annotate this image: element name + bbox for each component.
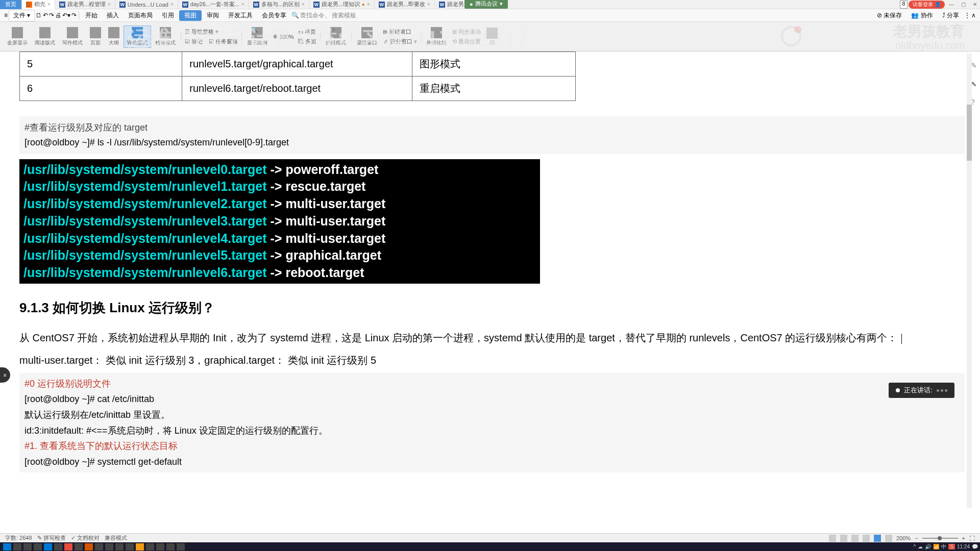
menu-unsaved[interactable]: ⊘ 未保存 <box>873 10 906 21</box>
menu-collab[interactable]: 👥 协作 <box>907 10 937 21</box>
compat-mode[interactable]: 兼容模式 <box>105 534 127 542</box>
notification-icon[interactable]: 💬 <box>972 544 978 549</box>
spell-check[interactable]: ✎ 拼写检查 <box>37 534 66 542</box>
tray-icon[interactable]: ☁ <box>918 544 923 549</box>
scroll-thumb[interactable] <box>967 105 972 161</box>
close-icon[interactable]: × <box>108 2 111 7</box>
tray-chevron[interactable]: ^ <box>914 544 916 549</box>
pencil-icon[interactable]: ✎ <box>971 61 979 69</box>
save-icon[interactable]: 🗋 <box>36 12 42 19</box>
close-icon[interactable]: × <box>241 2 244 7</box>
tab-doc-5[interactable]: W多核与...的区别× <box>249 0 309 9</box>
word-count[interactable]: 字数: 2648 <box>5 534 32 542</box>
close-icon[interactable]: × <box>47 2 51 7</box>
tool-js: JS <box>483 27 501 46</box>
app-icon[interactable] <box>95 543 103 550</box>
view-mode-icon[interactable] <box>840 535 847 542</box>
redo2-icon[interactable]: ↷ <box>71 12 77 19</box>
doc-check[interactable]: ✓ 文档校对 <box>71 534 100 542</box>
tool-fullscreen[interactable]: 全屏显示 <box>4 26 31 47</box>
menu-review[interactable]: 审阅 <box>203 10 223 21</box>
app-icon[interactable] <box>115 543 124 550</box>
zoom-value[interactable]: 200% <box>896 535 911 541</box>
tab-doc-7[interactable]: W跟老男...即要改× <box>375 0 435 9</box>
app-icon[interactable] <box>105 543 113 550</box>
tray-icon[interactable]: 📶 <box>933 544 939 549</box>
app-icon[interactable] <box>166 543 175 550</box>
menu-dev[interactable]: 开发工具 <box>224 10 257 21</box>
tray-ime[interactable]: 中 <box>941 543 946 550</box>
tab-doc-6[interactable]: W跟老男...理知识●× <box>309 0 375 9</box>
maximize-button[interactable]: ▢ <box>958 1 969 9</box>
explorer-icon[interactable] <box>34 543 42 550</box>
edge-icon[interactable] <box>44 543 52 550</box>
fullscreen-icon[interactable]: ⛶ <box>969 535 975 541</box>
tool-writing[interactable]: 写作模式 <box>59 26 86 47</box>
tray-icon[interactable]: S <box>948 544 955 549</box>
undo2-icon[interactable]: ↶▾ <box>62 12 70 19</box>
start-button[interactable] <box>3 543 11 550</box>
search-box[interactable]: 🔍 查找命令、搜索模板 <box>291 11 356 20</box>
view-mode-icon[interactable] <box>885 535 892 542</box>
menu-ref[interactable]: 引用 <box>158 10 178 21</box>
close-icon[interactable]: × <box>302 2 305 7</box>
app-icon[interactable] <box>75 543 83 550</box>
tab-doc-2[interactable]: W跟老男...程管理× <box>55 0 115 9</box>
menu-icon[interactable]: ≡ <box>4 12 8 19</box>
tab-doc-1[interactable]: D稻壳× <box>22 0 55 9</box>
app-icon[interactable] <box>85 543 93 550</box>
tool-outline[interactable]: 大纲 <box>105 26 122 47</box>
cursor-icon[interactable]: ⬉ <box>971 80 979 88</box>
tab-doc-3[interactable]: WUnders...U Load× <box>115 1 178 9</box>
minimize-button[interactable]: — <box>946 1 957 9</box>
app-icon[interactable] <box>156 543 164 550</box>
app-icon[interactable] <box>146 543 154 550</box>
close-icon[interactable]: × <box>170 2 174 7</box>
menu-file[interactable]: 文件 ▾ <box>9 10 35 21</box>
close-icon[interactable]: × <box>427 2 430 7</box>
menu-layout[interactable]: 页面布局 <box>124 10 157 21</box>
speaking-dots <box>937 389 947 392</box>
close-icon[interactable]: × <box>367 2 370 7</box>
login-button[interactable]: 访客登录 👤 <box>909 1 945 9</box>
app-icon[interactable] <box>177 543 185 550</box>
tab-home[interactable]: 首页 <box>0 0 22 9</box>
zoom-slider[interactable] <box>922 538 958 539</box>
menu-more[interactable]: ⋮ <box>964 12 970 19</box>
notification-badge[interactable]: 8 <box>900 1 908 9</box>
menu-view[interactable]: 视图 <box>179 10 202 21</box>
menu-start[interactable]: 开始 <box>81 10 102 21</box>
close-button[interactable]: ✕ <box>970 1 980 9</box>
tray-icon[interactable]: 🔊 <box>925 544 931 549</box>
view-mode-icon[interactable] <box>829 535 836 542</box>
menu-insert[interactable]: 插入 <box>103 10 123 21</box>
w-icon: W <box>253 2 259 8</box>
table-row: 5 runlevel5.target/graphical.target 图形模式 <box>20 52 576 77</box>
zoom-in[interactable]: + <box>962 535 965 541</box>
scrollbar-vertical[interactable] <box>967 54 972 508</box>
menu-member[interactable]: 会员专享 <box>258 10 290 21</box>
tool-reading[interactable]: 阅读版式 <box>32 26 58 47</box>
redo-icon[interactable]: ↷ <box>49 12 54 19</box>
app-icon[interactable] <box>54 543 62 550</box>
menu-share[interactable]: ⤴ 分享 <box>938 10 963 21</box>
print-icon[interactable]: 🖨 <box>55 12 61 19</box>
clock[interactable]: 11:24 <box>957 544 970 549</box>
floating-meeting-tab[interactable]: ● 腾讯会议 ▾ <box>464 0 508 9</box>
help-icon[interactable]: ? <box>971 98 979 106</box>
chrome-icon[interactable] <box>64 543 72 550</box>
view-mode-icon[interactable] <box>863 535 870 542</box>
undo-icon[interactable]: ↶ <box>43 12 48 19</box>
app-icon[interactable] <box>126 543 134 550</box>
view-mode-active-icon[interactable] <box>874 535 881 542</box>
folder-icon[interactable] <box>136 543 144 550</box>
view-mode-icon[interactable] <box>851 535 859 542</box>
task-view-icon[interactable] <box>23 543 32 550</box>
tab-doc-4[interactable]: Wday26...一套-答案...× <box>178 0 249 9</box>
terminal-line: /usr/lib/systemd/system/runlevel0.target… <box>23 161 536 179</box>
w-icon: W <box>439 2 445 8</box>
tool-page[interactable]: 页面 <box>87 26 104 47</box>
menu-collapse[interactable]: ∧ <box>971 12 976 19</box>
search-icon[interactable] <box>13 543 21 550</box>
zoom-out[interactable]: − <box>915 535 918 541</box>
